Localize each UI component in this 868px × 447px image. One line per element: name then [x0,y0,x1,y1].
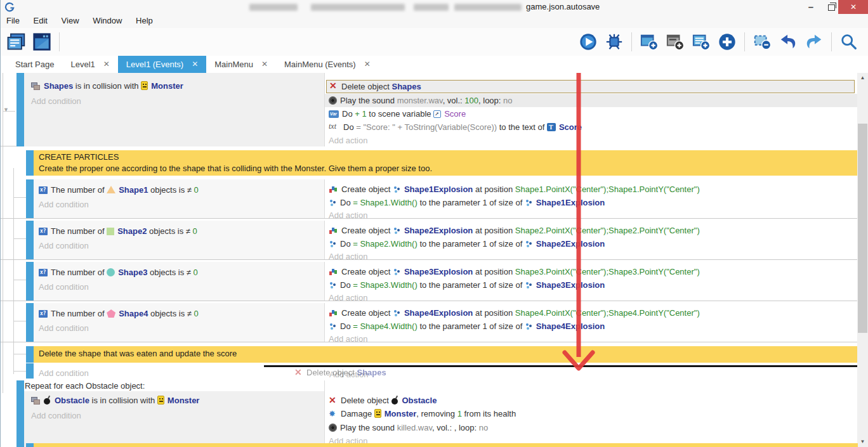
tree-line [13,354,26,354]
close-tab-icon[interactable] [261,56,268,73]
text-segment: Shapes [392,82,421,91]
minimize-button[interactable] [801,0,820,14]
add-subevent-icon[interactable] [664,30,687,53]
close-tab-icon[interactable] [192,56,198,73]
search-icon[interactable] [838,30,860,53]
particle-icon [525,199,533,207]
scroll-down-icon[interactable]: ▼ [857,437,868,447]
event-handle[interactable] [26,179,34,218]
add-comment-icon[interactable] [690,30,713,53]
particle-icon [393,227,401,235]
dragged-action-ghost[interactable]: Delete object Shapes [294,366,386,379]
action-row[interactable]: Delete object Obstacle [329,394,437,407]
menu-view[interactable]: View [56,14,85,28]
tab-mainmenu-events[interactable]: MainMenu (Events) [276,56,379,73]
scrollbar-thumb[interactable] [858,124,867,333]
text-segment: The number of [51,226,107,236]
menu-edit[interactable]: Edit [28,14,53,28]
add-action-link[interactable]: Add action [329,292,367,304]
add-condition-link[interactable]: Add condition [31,95,81,108]
action-row[interactable]: Create object Shape2Explosion at positio… [329,224,700,237]
event-handle[interactable] [26,150,34,176]
text-segment: = Shape3.Width() [353,280,418,290]
condition-row[interactable]: Shapes is in collision with Monster [31,80,183,93]
close-tab-icon[interactable] [103,56,110,73]
text-segment: 100 [464,96,478,105]
add-condition-link[interactable]: Add condition [39,240,89,252]
add-circle-icon[interactable] [716,30,739,53]
text-segment: Damage [341,409,374,418]
event-handle[interactable] [26,346,34,363]
event-handle[interactable] [16,73,24,146]
add-action-link[interactable]: Add action [329,333,367,346]
close-tab-icon[interactable] [364,56,371,73]
remove-selection-icon[interactable] [751,30,773,53]
vertical-scrollbar[interactable]: ▲ ▼ [857,73,868,447]
scroll-up-icon[interactable]: ▲ [857,73,868,83]
delete-icon [294,368,303,377]
menu-file[interactable]: File [1,14,25,28]
add-action-link[interactable]: Add action [329,209,367,222]
debug-icon[interactable] [603,30,626,53]
condition-row[interactable]: The number of Shape1 objects is ≠ 0 [39,184,199,197]
condition-row[interactable]: The number of Shape2 objects is ≠ 0 [39,225,197,238]
project-manager-icon[interactable] [4,30,27,53]
action-row[interactable]: Damage Monster, removing 1 from its heal… [329,408,516,420]
redacted-title-segment [249,4,298,11]
event-handle[interactable] [26,363,34,379]
add-event-icon[interactable] [638,30,661,53]
tab-level1[interactable]: Level1 [62,56,117,73]
text-segment: Shape1.PointX("Center");Shape1.PointY("C… [515,185,700,194]
text-segment: is in collision with [73,81,141,91]
event-handle[interactable] [16,380,24,447]
action-row[interactable]: Do + 1 to scene variable Score [329,108,466,120]
action-row[interactable]: Create object Shape4Explosion at positio… [329,307,700,320]
repeat-header[interactable]: Repeat for each Obstacle object: [25,381,145,391]
add-condition-link[interactable]: Add condition [39,281,89,294]
add-action-link[interactable]: Add action [329,250,367,263]
tab-level1-events[interactable]: Level1 (Events) [118,56,206,73]
undo-icon[interactable] [777,30,799,53]
pentagon-icon [107,309,115,318]
menu-window[interactable]: Window [87,14,128,28]
text-segment: , loop: [478,96,503,105]
event-repeat-obstacle: Repeat for each Obstacle object: Obstacl… [1,380,858,447]
action-row[interactable]: Play the sound killed.wav, vol.: , loop:… [329,422,488,434]
condition-row[interactable]: Obstacle is in collision with Monster [31,394,199,407]
condition-row[interactable]: The number of Shape3 objects is ≠ 0 [39,266,198,279]
add-condition-link[interactable]: Add condition [31,410,81,422]
play-icon[interactable] [577,30,600,53]
add-action-link[interactable]: Add action [329,134,367,147]
scene-editor-icon[interactable] [30,30,53,53]
event-handle[interactable] [26,262,34,301]
close-button[interactable] [838,0,868,14]
comment-create-particles[interactable]: CREATE PARTICLES Create the proper one a… [34,150,858,176]
comment-delete-shape[interactable]: Delete the shape that was eaten and upda… [34,346,858,363]
add-condition-link[interactable]: Add condition [39,367,89,380]
tab-start-page[interactable]: Start Page [7,56,62,73]
text-segment: = Shape1.Width() [353,198,418,207]
tab-mainmenu[interactable]: MainMenu [206,56,276,73]
redo-icon[interactable] [803,30,825,53]
text-segment: Score [444,109,466,119]
action-row[interactable]: Create object Shape1Explosion at positio… [329,183,700,196]
event-handle [26,443,34,447]
particle-icon [329,282,337,289]
bomb-icon [44,396,51,405]
event-repeat-shapes: Repeat for each Shapes object: Shapes is… [1,73,858,146]
action-row[interactable]: Do = "Score: " + ToString(Variable(Score… [329,121,582,134]
particle-icon [525,282,533,289]
create-icon [329,268,338,276]
comment-partial[interactable] [34,443,858,447]
event-handle[interactable] [26,303,34,342]
damage-icon [329,410,338,418]
add-condition-link[interactable]: Add condition [39,198,89,211]
action-row[interactable]: Create object Shape3Explosion at positio… [329,266,700,278]
text-segment: The number of [51,185,107,195]
condition-row[interactable]: The number of Shape4 objects is ≠ 0 [39,308,199,320]
event-handle[interactable] [26,221,34,259]
window-title: game.json.autosave [526,2,600,11]
add-condition-link[interactable]: Add condition [39,322,89,335]
menu-help[interactable]: Help [130,14,159,28]
title-bar: game.json.autosave [1,0,868,14]
